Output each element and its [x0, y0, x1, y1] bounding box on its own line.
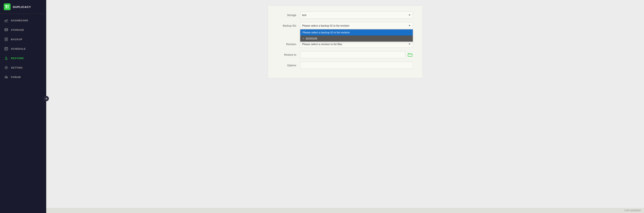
- sidebar-label-schedule: SCHEDULE: [11, 47, 26, 50]
- options-row: Options: [278, 62, 413, 69]
- sidebar-item-dashboard[interactable]: DASHBOARD: [0, 16, 46, 25]
- logo-area: DUPLICACY: [0, 0, 46, 14]
- backup-ids-row: Backup IDs Please select a backup ID to …: [278, 22, 413, 29]
- dropdown-option-20230105[interactable]: ✓ 20230105: [300, 36, 413, 42]
- storage-select[interactable]: test: [300, 12, 413, 19]
- backup-ids-label: Backup IDs: [278, 24, 300, 27]
- storage-row: Storage test: [278, 12, 413, 19]
- sidebar-label-storage: STORAGE: [11, 29, 24, 31]
- sidebar-collapse-button[interactable]: ◀: [44, 96, 49, 101]
- footer-text: CSDN @杨浦老苏: [624, 209, 641, 211]
- main-area: Storage test Backup IDs Please select a …: [46, 0, 644, 213]
- svg-point-16: [6, 67, 7, 68]
- checkmark-icon: ✓: [302, 37, 304, 40]
- storage-label: Storage: [278, 14, 300, 17]
- svg-rect-2: [6, 7, 7, 9]
- sidebar-item-backup[interactable]: BACKUP: [0, 35, 46, 44]
- options-label: Options: [278, 64, 300, 67]
- main-content: Storage test Backup IDs Please select a …: [46, 0, 644, 208]
- footer: CSDN @杨浦老苏: [46, 208, 644, 213]
- backup-icon: [4, 37, 8, 41]
- dropdown-option-placeholder[interactable]: Please select a backup ID to list revisi…: [300, 30, 413, 36]
- sidebar-label-restore: RESTORE: [11, 57, 24, 60]
- restore-to-row: Restore to: [278, 51, 413, 58]
- svg-rect-0: [6, 5, 7, 7]
- svg-point-5: [5, 28, 8, 30]
- restore-to-label: Restore to: [278, 53, 300, 56]
- svg-rect-10: [5, 47, 8, 50]
- app-title: DUPLICACY: [13, 5, 31, 9]
- storage-icon: [4, 28, 8, 32]
- svg-rect-3: [7, 7, 9, 9]
- forum-icon: [4, 75, 8, 79]
- svg-point-17: [5, 76, 6, 77]
- sidebar: DUPLICACY DASHBOARD: [0, 0, 46, 213]
- svg-rect-15: [6, 49, 6, 50]
- backup-ids-dropdown-popup: Please select a backup ID to list revisi…: [300, 29, 413, 42]
- svg-rect-14: [5, 49, 6, 50]
- svg-point-18: [6, 77, 8, 78]
- sidebar-item-setting[interactable]: SETTING: [0, 63, 46, 72]
- app-logo-icon: [4, 4, 10, 10]
- sidebar-label-setting: SETTING: [11, 66, 23, 69]
- options-input[interactable]: [300, 62, 413, 69]
- svg-rect-1: [7, 5, 9, 7]
- sidebar-label-forum: FORUM: [11, 76, 21, 79]
- revision-label: Revision: [278, 43, 300, 46]
- sidebar-item-schedule[interactable]: SCHEDULE: [0, 44, 46, 54]
- folder-browse-button[interactable]: [407, 52, 413, 57]
- dashboard-icon: [4, 18, 8, 23]
- dropdown-option-label: 20230105: [306, 37, 317, 40]
- backup-ids-select[interactable]: Please select a backup ID to list revisi…: [300, 22, 413, 29]
- sidebar-item-forum[interactable]: FORUM: [0, 72, 46, 82]
- dropdown-placeholder-text: Please select a backup ID to list revisi…: [302, 31, 350, 34]
- sidebar-label-backup: BACKUP: [11, 38, 22, 41]
- sidebar-item-storage[interactable]: STORAGE: [0, 25, 46, 35]
- restore-to-input[interactable]: [300, 51, 406, 58]
- sidebar-item-restore[interactable]: RESTORE: [0, 54, 46, 63]
- setting-icon: [4, 66, 8, 70]
- sidebar-nav: DASHBOARD STORAGE: [0, 14, 46, 213]
- sidebar-label-dashboard: DASHBOARD: [11, 19, 28, 22]
- restore-icon: [4, 56, 8, 60]
- schedule-icon: [4, 47, 8, 51]
- restore-form-card: Storage test Backup IDs Please select a …: [268, 6, 422, 78]
